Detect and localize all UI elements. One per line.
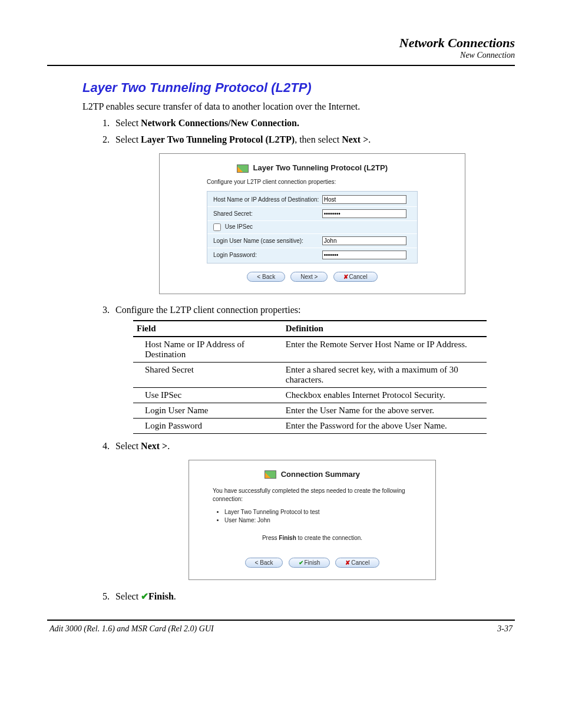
step5-prefix: Select <box>115 591 141 601</box>
cancel-button[interactable]: ✘Cancel <box>335 558 379 568</box>
pass-input[interactable] <box>322 251 407 259</box>
section-intro: L2TP enables secure transfer of data to … <box>82 101 509 112</box>
step2-bold2: Next > <box>342 134 368 144</box>
host-row: Host Name or IP Address of Destination: <box>207 193 417 207</box>
connection-icon <box>237 164 249 173</box>
press-bold: Finish <box>279 535 296 541</box>
summary-header: Connection Summary <box>189 466 435 485</box>
summary-button-row: < Back ✔Finish ✘Cancel <box>189 549 435 568</box>
header-title: Network Connections <box>47 35 515 51</box>
summary-bullets: Layer Two Tunneling Protocol to test Use… <box>224 508 412 525</box>
user-row: Login User Name (case sensitive): <box>207 234 417 248</box>
bullet-2: User Name: John <box>224 516 412 525</box>
cell-def: Enter the Password for the above User Na… <box>282 418 487 433</box>
back-button[interactable]: < Back <box>245 558 283 568</box>
step2-suffix: , then select <box>295 134 342 144</box>
table-row: Use IPSec Checkbox enables Internet Prot… <box>133 387 487 403</box>
footer-left: Adit 3000 (Rel. 1.6) and MSR Card (Rel 2… <box>49 624 214 634</box>
step2-end: . <box>368 134 371 144</box>
press-prefix: Press <box>262 535 279 541</box>
l2tp-button-row: < Back Next > ✘Cancel <box>160 263 465 282</box>
pass-label: Login Password: <box>213 252 322 258</box>
step-5: Select ✔Finish. <box>112 591 509 602</box>
th-field: Field <box>133 321 282 337</box>
step-3: Configure the L2TP client connection pro… <box>112 305 509 434</box>
step2-prefix: Select <box>115 134 141 144</box>
ipsec-label: Use IPSec <box>225 223 253 230</box>
cell-def: Enter the User Name for the above server… <box>282 403 487 418</box>
steps-list: Select Network Connections/New Connectio… <box>112 118 509 602</box>
th-definition: Definition <box>282 321 487 337</box>
check-icon: ✔ <box>299 559 303 566</box>
section-title: Layer Two Tunneling Protocol (L2TP) <box>82 80 509 95</box>
step5-bold: Finish <box>148 591 174 601</box>
x-icon: ✘ <box>345 559 350 566</box>
table-row: Host Name or IP Address of Destination E… <box>133 337 487 363</box>
secret-input[interactable] <box>322 209 407 218</box>
cell-field: Login Password <box>133 418 282 433</box>
next-button[interactable]: Next > <box>290 272 328 282</box>
cancel-label: Cancel <box>351 559 369 566</box>
back-button[interactable]: < Back <box>247 272 285 282</box>
step-2: Select Layer Two Tunneling Protocol (L2T… <box>112 134 509 294</box>
table-row: Login User Name Enter the User Name for … <box>133 403 487 418</box>
secret-label: Shared Secret: <box>213 210 322 217</box>
summary-dialog: Connection Summary You have successfully… <box>189 460 436 581</box>
footer-right: 3-37 <box>497 624 513 634</box>
step1-bold: Network Connections/New Connection. <box>141 118 299 128</box>
user-label: Login User Name (case sensitive): <box>213 238 322 244</box>
header-subtitle: New Connection <box>47 51 515 60</box>
summary-intro: You have successfully completed the step… <box>213 487 412 503</box>
step4-prefix: Select <box>115 441 141 451</box>
finish-label: Finish <box>305 559 320 566</box>
cell-def: Enter a shared secret key, with a maximu… <box>282 362 487 387</box>
step4-bold: Next > <box>141 441 167 451</box>
step2-bold1: Layer Two Tunneling Protocol (L2TP) <box>141 134 295 144</box>
footer-rule <box>47 620 515 621</box>
user-input[interactable] <box>322 236 407 245</box>
definition-table: Field Definition Host Name or IP Address… <box>133 320 487 434</box>
footer: Adit 3000 (Rel. 1.6) and MSR Card (Rel 2… <box>47 624 515 634</box>
bullet-1: Layer Two Tunneling Protocol to test <box>224 508 412 516</box>
host-label: Host Name or IP Address of Destination: <box>213 196 322 203</box>
cell-field: Use IPSec <box>133 387 282 403</box>
step1-prefix: Select <box>115 118 141 128</box>
page-header: Network Connections New Connection <box>47 35 515 60</box>
cell-def: Checkbox enables Internet Protocol Secur… <box>282 387 487 403</box>
l2tp-dialog-header: Layer Two Tunneling Protocol (L2TP) <box>160 160 465 179</box>
x-icon: ✘ <box>343 274 348 280</box>
pass-row: Login Password: <box>207 248 417 262</box>
press-suffix: to create the connection. <box>296 535 362 541</box>
l2tp-dialog: Layer Two Tunneling Protocol (L2TP) Conf… <box>159 153 465 294</box>
cell-field: Shared Secret <box>133 362 282 387</box>
table-row: Shared Secret Enter a shared secret key,… <box>133 362 487 387</box>
cell-field: Host Name or IP Address of Destination <box>133 337 282 363</box>
header-rule <box>47 65 515 66</box>
host-input[interactable] <box>322 195 407 204</box>
cancel-button[interactable]: ✘Cancel <box>333 272 378 282</box>
cell-def: Enter the Remote Server Host Name or IP … <box>282 337 487 363</box>
l2tp-dialog-subtext: Configure your L2TP client connection pr… <box>160 179 465 191</box>
summary-title: Connection Summary <box>281 470 360 479</box>
l2tp-dialog-title: Layer Two Tunneling Protocol (L2TP) <box>253 163 388 172</box>
step3-text: Configure the L2TP client connection pro… <box>115 305 300 315</box>
cell-field: Login User Name <box>133 403 282 418</box>
step-1: Select Network Connections/New Connectio… <box>112 118 509 129</box>
cancel-label: Cancel <box>349 274 368 280</box>
check-icon: ✔ <box>141 591 148 601</box>
summary-press: Press Finish to create the connection. <box>213 534 412 542</box>
ipsec-checkbox[interactable] <box>213 223 221 231</box>
secret-row: Shared Secret: <box>207 207 417 221</box>
step4-end: . <box>167 441 170 451</box>
step5-end: . <box>174 591 176 601</box>
step-4: Select Next >. Connection Summary You ha… <box>112 441 509 581</box>
content-area: Layer Two Tunneling Protocol (L2TP) L2TP… <box>82 80 509 602</box>
connection-icon <box>265 470 276 479</box>
summary-body: You have successfully completed the step… <box>189 485 435 549</box>
l2tp-form: Host Name or IP Address of Destination: … <box>207 191 418 263</box>
finish-button[interactable]: ✔Finish <box>289 558 330 568</box>
table-row: Login Password Enter the Password for th… <box>133 418 487 433</box>
ipsec-row: Use IPSec <box>207 221 417 234</box>
